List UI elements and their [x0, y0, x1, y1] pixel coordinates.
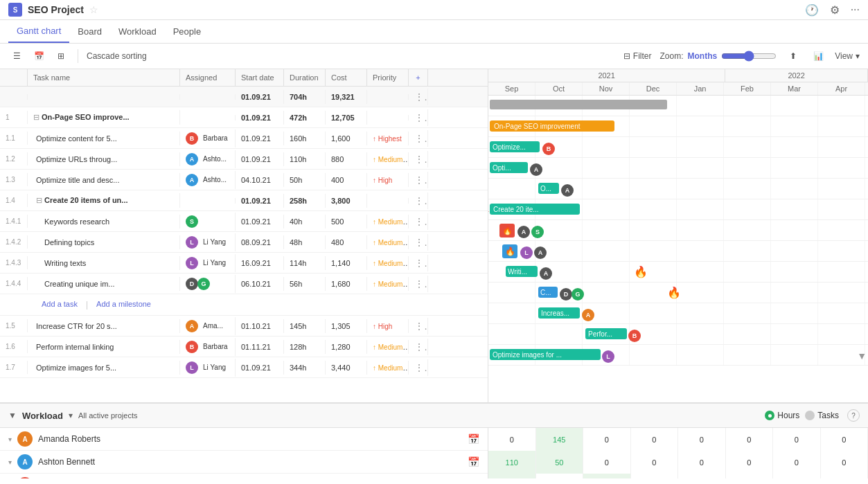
- settings-icon[interactable]: ⚙: [830, 3, 840, 17]
- tab-people[interactable]: People: [165, 21, 209, 42]
- td-menu[interactable]: ⋮: [409, 130, 428, 147]
- view-button[interactable]: View ▾: [835, 51, 860, 61]
- wl-chevron[interactable]: ▾: [8, 436, 12, 443]
- toolbar-icon-calendar[interactable]: 📅: [30, 48, 47, 64]
- wl-chevron[interactable]: ▾: [8, 458, 12, 466]
- gantt-row-1-1: Optimize... B: [488, 137, 868, 158]
- zoom-slider[interactable]: [721, 51, 777, 62]
- avatar: A: [186, 320, 198, 332]
- zoom-value: Months: [688, 51, 718, 61]
- workload-data-ashton: 110 50 0 0 0 0 0 0: [488, 451, 868, 474]
- avatar-gantt: L: [520, 247, 533, 259]
- tab-board[interactable]: Board: [69, 21, 110, 42]
- table-row: 1.4.3 Writing texts L Li Yang 16.09.21 1…: [0, 253, 488, 274]
- th-add[interactable]: +: [409, 69, 428, 86]
- priority-badge: ↑ High: [373, 323, 392, 330]
- gantt-cell: [818, 303, 865, 323]
- td-menu[interactable]: ⋮: [409, 89, 428, 105]
- priority-badge: ↑ Medium: [373, 218, 402, 226]
- td-duration: 110h: [284, 152, 326, 166]
- td-menu[interactable]: ⋮: [409, 172, 428, 188]
- td-menu[interactable]: ⋮: [409, 318, 428, 334]
- filter-button[interactable]: ⊟ Filter: [623, 51, 652, 61]
- help-icon[interactable]: ?: [847, 409, 860, 422]
- add-milestone-link[interactable]: Add a milestone: [96, 300, 151, 310]
- gantt-bar-1-6[interactable]: Perfor...: [585, 328, 627, 339]
- workload-dropdown-icon[interactable]: ▾: [69, 411, 73, 420]
- td-priority: ↑ Highest: [367, 132, 409, 145]
- table-row: 1.6 Perform internal linking B Barbara 0…: [0, 337, 488, 357]
- radio-hours[interactable]: Hours: [765, 411, 799, 420]
- collapse-icon[interactable]: ⊟: [33, 113, 39, 121]
- radio-tasks[interactable]: Tasks: [805, 411, 839, 420]
- td-name: Optimize content for 5...: [28, 132, 180, 145]
- tasks-label: Tasks: [817, 411, 839, 420]
- tab-gantt[interactable]: Gantt chart: [8, 20, 69, 43]
- table-row: 1.5 Increase CTR for 20 s... A Ama... 01…: [0, 316, 488, 337]
- divider: |: [86, 300, 88, 310]
- td-start: 06.10.21: [236, 277, 284, 291]
- gantt-bar-1-5[interactable]: Increas...: [538, 307, 580, 319]
- td-menu[interactable]: ⋮: [409, 234, 428, 251]
- wl-cell: 0: [678, 451, 726, 474]
- toolbar-icon-grid[interactable]: ⊞: [53, 48, 69, 64]
- td-menu[interactable]: ⋮: [409, 255, 428, 271]
- workload-chevron[interactable]: ▼: [8, 411, 17, 420]
- wl-cell-highlight: 110: [488, 451, 536, 474]
- wl-calendar-ashton[interactable]: 📅: [468, 456, 479, 467]
- td-menu[interactable]: ⋮: [409, 276, 428, 292]
- more-icon[interactable]: ···: [851, 3, 860, 17]
- cascade-sort-label: Cascade sorting: [87, 51, 147, 61]
- gantt-bar-1-2[interactable]: Opti...: [490, 162, 528, 173]
- tab-workload[interactable]: Workload: [110, 21, 165, 42]
- history-icon[interactable]: 🕐: [805, 3, 819, 17]
- td-name: [28, 94, 180, 100]
- wl-cell-highlight: 50: [536, 451, 584, 474]
- wl-cell: 0: [773, 474, 821, 478]
- toolbar-icon-list[interactable]: ☰: [8, 48, 25, 64]
- gantt-cell: [724, 199, 771, 219]
- add-task-link[interactable]: Add a task: [42, 300, 78, 310]
- collapse-icon[interactable]: ⊟: [36, 196, 42, 204]
- td-menu[interactable]: ⋮: [409, 109, 428, 126]
- gantt-bar-on-page[interactable]: On-Page SEO improvement: [490, 120, 614, 132]
- priority-badge: ↑ Medium: [373, 156, 402, 163]
- td-cost: 1,305: [326, 319, 367, 333]
- td-name: Defining topics: [28, 235, 180, 249]
- chart-icon[interactable]: 📊: [810, 48, 826, 64]
- td-start: 16.09.21: [236, 256, 284, 270]
- star-icon[interactable]: ☆: [89, 4, 98, 15]
- gantt-bar-1-4[interactable]: Create 20 ite...: [490, 204, 580, 215]
- gantt-bar-1-4-2[interactable]: 🔥: [502, 244, 517, 258]
- td-menu[interactable]: ⋮: [409, 339, 428, 355]
- avatar-gantt: L: [602, 350, 614, 363]
- td-menu[interactable]: ⋮: [409, 151, 428, 168]
- td-assigned: L Li Yang: [180, 233, 236, 251]
- gantt-bar-1-4-1[interactable]: 🔥: [499, 224, 515, 237]
- gantt-bar-1-3[interactable]: O...: [538, 183, 559, 194]
- gantt-bar-1-4-4[interactable]: C...: [538, 287, 558, 298]
- avatar: G: [197, 278, 210, 290]
- td-priority: [367, 115, 409, 120]
- td-id: 1: [0, 111, 28, 124]
- gantt-cell: [771, 324, 818, 344]
- gantt-cell: [818, 324, 865, 344]
- td-priority: ↑ Medium: [367, 256, 409, 270]
- td-menu[interactable]: ⋮: [409, 213, 428, 230]
- gantt-cell: [583, 137, 630, 157]
- assigned-name: Ama...: [203, 322, 223, 330]
- gantt-bar-1-4-3[interactable]: Writi...: [506, 266, 538, 277]
- gantt-bar-1-7[interactable]: Optimize images for ...: [490, 349, 601, 360]
- gantt-cell: [677, 262, 724, 282]
- td-menu[interactable]: ⋮: [409, 192, 428, 209]
- export-icon[interactable]: ⬆: [785, 48, 801, 64]
- td-menu[interactable]: ⋮: [409, 359, 428, 376]
- gantt-row-1-4-3: Writi... A 🔥: [488, 262, 868, 283]
- wl-calendar-amanda[interactable]: 📅: [468, 433, 479, 445]
- gantt-cell: [677, 179, 724, 199]
- hours-label: Hours: [777, 411, 799, 420]
- td-cost: 1,280: [326, 340, 367, 354]
- td-cost: 3,800: [326, 194, 367, 208]
- gantt-bar-1-1[interactable]: Optimize...: [490, 141, 540, 152]
- scroll-down-icon[interactable]: ▼: [857, 350, 867, 361]
